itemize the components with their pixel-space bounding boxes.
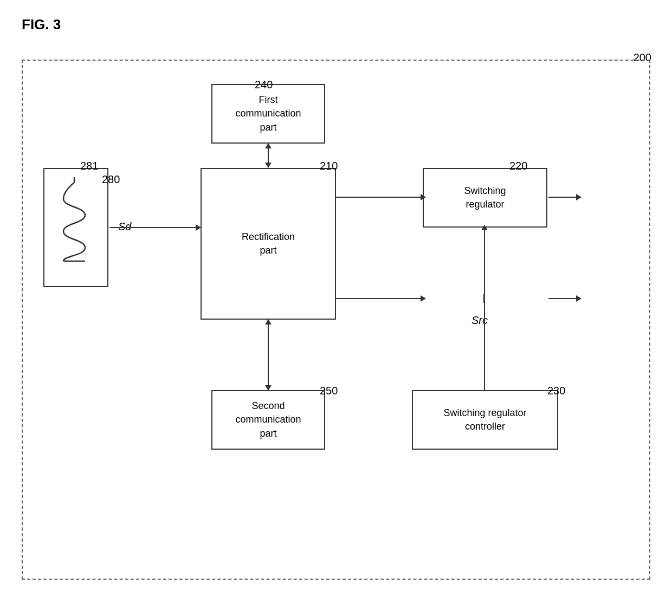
ref-281: 281 <box>80 160 98 172</box>
coil-box <box>43 168 108 287</box>
ref-230: 230 <box>547 385 565 397</box>
second-comm-box: Secondcommunicationpart <box>211 390 325 450</box>
arrow-ctrl-up <box>481 225 488 230</box>
page-container: FIG. 3 200 281 280 Firstcommunicationpar… <box>0 0 672 616</box>
ref-280: 280 <box>102 173 120 186</box>
second-comm-label: Secondcommunicationpart <box>235 399 301 440</box>
ctrl-to-reg-v-line2 <box>484 228 485 299</box>
ref-250: 250 <box>320 385 338 397</box>
output-arrow-top <box>548 197 581 198</box>
ref-220: 220 <box>509 160 527 172</box>
first-comm-rect-arrow <box>268 144 269 167</box>
ctrl-to-reg-v-line <box>484 298 485 390</box>
rectification-label: Rectificationpart <box>242 230 295 257</box>
ref-240: 240 <box>255 79 273 91</box>
switching-reg-label: Switchingregulator <box>464 184 506 211</box>
ref-210: 210 <box>320 160 338 172</box>
first-comm-label: Firstcommunicationpart <box>235 93 301 134</box>
first-comm-box: Firstcommunicationpart <box>211 84 325 144</box>
rect-to-sw-reg-top <box>336 197 423 198</box>
figure-title: FIG. 3 <box>22 16 61 33</box>
arrow-rect-sw-bottom <box>421 295 426 302</box>
switching-reg-box: Switchingregulator <box>423 168 547 228</box>
second-comm-rect-arrow <box>268 320 269 390</box>
src-tick <box>483 294 484 303</box>
switching-ctrl-box: Switching regulatorcontroller <box>412 390 558 450</box>
rect-to-sw-reg-bottom <box>336 298 423 299</box>
output-arrow-bottom <box>548 298 581 299</box>
sd-arrow-line <box>109 227 201 228</box>
src-label: Src <box>471 314 488 327</box>
switching-ctrl-label: Switching regulatorcontroller <box>443 406 526 433</box>
arrow-rect-sw-top <box>421 194 426 200</box>
main-diagram-box <box>22 60 650 580</box>
coil-symbol <box>53 177 96 272</box>
rectification-box: Rectificationpart <box>201 168 336 320</box>
